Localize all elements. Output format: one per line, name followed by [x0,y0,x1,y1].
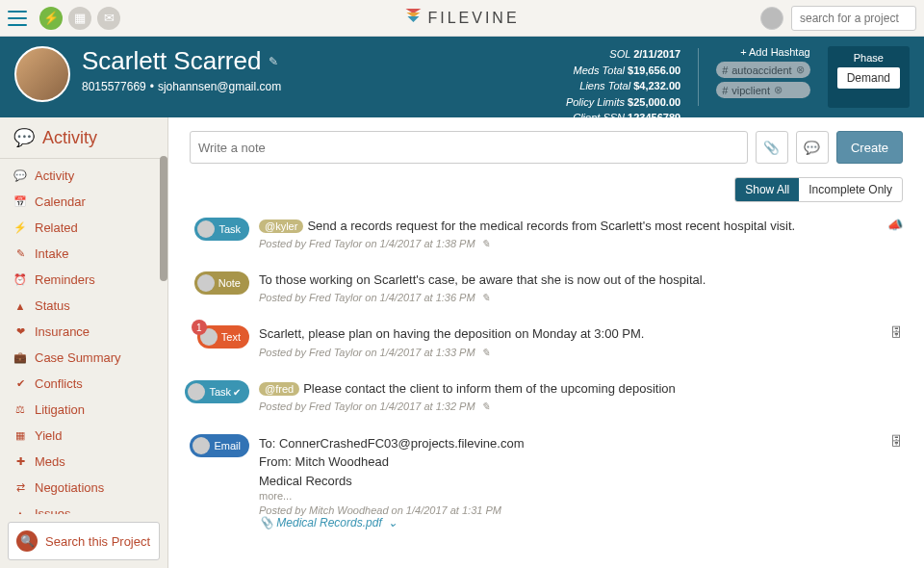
nav-icon: ⚖ [13,403,27,416]
search-project-button[interactable]: 🔍 Search this Project [8,522,160,560]
phase-panel: Phase Demand [828,46,910,108]
case-stats: SOL 2/11/2017 Meds Total $19,656.00 Lien… [566,46,680,108]
remove-tag-icon[interactable]: ⊗ [774,84,783,96]
feed-item: NoteTo those working on Scarlett's case,… [190,271,903,304]
nav-label: Issues [35,506,71,514]
menu-toggle[interactable] [8,11,27,26]
nav-label: Conflicts [35,376,83,391]
search-icon: 🔍 [16,530,38,552]
feed-text: @kylerSend a records request for the med… [259,218,903,235]
sidebar-item-reminders[interactable]: ⏰Reminders [0,267,167,293]
feed-filter-toggle: Show All Incomplete Only [734,177,903,202]
nav-icon: ❤ [13,325,27,338]
nav-label: Intake [35,246,68,261]
nav-icon: ▲ [13,300,27,312]
sidebar-item-issues[interactable]: ▲Issues [0,501,167,514]
filter-incomplete[interactable]: Incomplete Only [799,178,902,201]
attach-button[interactable]: 📎 [756,131,788,164]
bolt-icon[interactable]: ⚡ [39,7,63,30]
sidebar-item-case-summary[interactable]: 💼Case Summary [0,345,167,371]
client-name: Scarlett Scarred✎ [82,46,281,76]
sidebar-item-negotiations[interactable]: ⇄Negotiations [0,475,167,501]
nav-label: Reminders [35,272,95,287]
mention-chip[interactable]: @fred [259,382,299,396]
activity-icon: 💬 [13,127,35,148]
feed-item: Task@kylerSend a records request for the… [190,218,903,250]
nav-label: Meds [35,454,65,469]
nav-icon: ✚ [13,455,27,468]
feed-pill[interactable]: Task [194,218,249,241]
nav-icon: 💬 [13,169,27,182]
sidebar-scrollbar[interactable] [160,156,167,281]
filter-show-all[interactable]: Show All [735,178,799,201]
add-hashtag-button[interactable]: + Add Hashtag [716,46,810,58]
nav-label: Activity [35,168,74,183]
feed-meta: Posted by Fred Taylor on 1/4/2017 at 1:3… [259,400,903,413]
phase-label: Phase [837,52,900,64]
nav-label: Negotiations [35,480,104,495]
sidebar-item-conflicts[interactable]: ✔Conflicts [0,371,167,397]
nav-label: Related [35,220,78,235]
hashtag-pill[interactable]: # autoaccident ⊗ [716,62,810,78]
mail-icon[interactable]: ✉ [97,7,120,30]
author-avatar [188,383,205,400]
more-link[interactable]: more... [259,490,903,502]
sidebar-item-yield[interactable]: ▦Yield [0,423,167,449]
brand-logo: FILEVINE [404,7,519,29]
edit-name-icon[interactable]: ✎ [269,55,278,68]
feed-meta: Posted by Fred Taylor on 1/4/2017 at 1:3… [259,238,903,250]
sidebar-title: 💬Activity [0,117,167,159]
author-avatar [197,220,215,238]
feed-pill[interactable]: Note [194,271,249,295]
calendar-icon[interactable]: ▦ [68,7,91,30]
archive-icon[interactable]: 🗄 [890,434,903,449]
hashtag-pill[interactable]: # vipclient ⊗ [716,82,810,98]
nav-label: Case Summary [35,350,121,365]
sidebar-item-activity[interactable]: 💬Activity [0,163,167,189]
nav-label: Insurance [35,324,90,339]
phase-button[interactable]: Demand [837,67,900,89]
feed-meta: Posted by Fred Taylor on 1/4/2017 at 1:3… [259,292,903,304]
feed-text: @fredPlease contact the client to inform… [259,380,903,398]
feed-item: Text1Scarlett, please plan on having the… [190,325,903,358]
remove-tag-icon[interactable]: ⊗ [796,64,805,76]
sidebar-item-meds[interactable]: ✚Meds [0,449,167,475]
user-avatar[interactable] [760,7,783,30]
nav-icon: ▦ [13,429,27,442]
nav-icon: 💼 [13,351,27,364]
attachment-link[interactable]: 📎 Medical Records.pdf ⌄ [259,516,903,529]
create-button[interactable]: Create [836,131,903,164]
nav-icon: ✎ [13,247,27,260]
feed-pill[interactable]: Task✔ [185,380,249,403]
sidebar-item-calendar[interactable]: 📅Calendar [0,189,167,215]
feed-pill[interactable]: Email [190,434,249,457]
nav-label: Yield [35,428,62,443]
sidebar-item-insurance[interactable]: ❤Insurance [0,319,167,345]
sidebar-item-intake[interactable]: ✎Intake [0,241,167,267]
feed-text: Scarlett, please plan on having the depo… [259,325,903,343]
archive-icon[interactable]: 🗄 [890,325,903,340]
note-input[interactable] [190,131,748,164]
nav-icon: ▲ [13,508,27,515]
feed-text: To those working on Scarlett's case, be … [259,271,903,289]
nav-icon: ⏰ [13,273,27,286]
sidebar-item-status[interactable]: ▲Status [0,293,167,319]
author-avatar [192,437,210,454]
sidebar-item-related[interactable]: ⚡Related [0,215,167,241]
nav-icon: ⚡ [13,221,27,234]
comment-button[interactable]: 💬 [796,131,829,164]
client-contact: 8015577669•sjohannsen@gmail.com [82,80,281,93]
global-search-input[interactable] [791,6,916,31]
feed-item: EmailTo: ConnerCrashedFC03@projects.file… [190,434,903,530]
brand-name: FILEVINE [427,10,519,27]
feed-meta: Posted by Mitch Woodhead on 1/4/2017 at … [259,504,903,516]
nav-label: Calendar [35,194,86,209]
mention-chip[interactable]: @kyler [259,219,303,233]
email-body: To: ConnerCrashedFC03@projects.filevine.… [259,434,903,491]
nav-icon: ✔ [13,377,27,390]
feed-meta: Posted by Fred Taylor on 1/4/2017 at 1:3… [259,347,903,359]
sidebar-item-litigation[interactable]: ⚖Litigation [0,397,167,423]
announce-icon[interactable]: 📣 [887,218,903,232]
client-avatar [14,46,70,102]
author-avatar [197,274,215,292]
